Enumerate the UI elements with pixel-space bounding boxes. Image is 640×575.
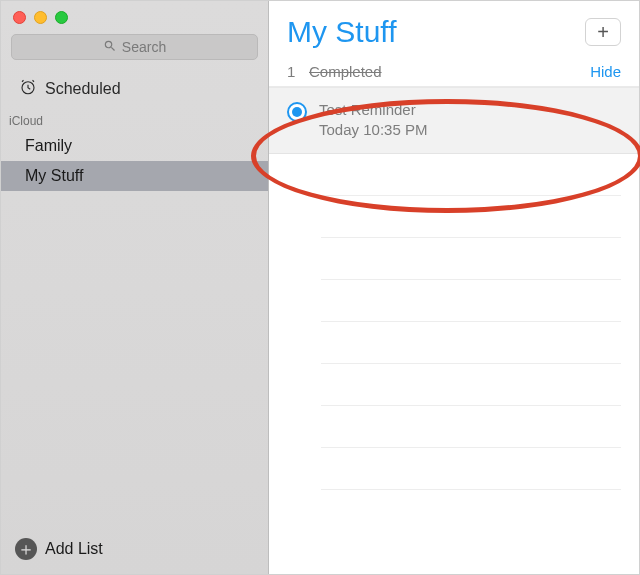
reminder-subtitle: Today 10:35 PM — [319, 120, 427, 140]
main-panel: My Stuff + 1 Completed Hide Test Reminde… — [269, 1, 639, 574]
sidebar-section-label: iCloud — [1, 108, 268, 131]
radio-dot-icon — [292, 107, 302, 117]
close-window-button[interactable] — [13, 11, 26, 24]
plus-circle-icon: ＋ — [15, 538, 37, 560]
search-input[interactable]: Search — [11, 34, 258, 60]
empty-row[interactable] — [321, 280, 621, 322]
fullscreen-window-button[interactable] — [55, 11, 68, 24]
hide-completed-link[interactable]: Hide — [590, 63, 621, 80]
main-header: My Stuff + — [269, 1, 639, 55]
sidebar: Search Scheduled iCloud Family My Stuff … — [1, 1, 269, 574]
completed-section-header[interactable]: 1 Completed Hide — [269, 55, 639, 87]
window-controls — [1, 1, 268, 32]
completed-label: Completed — [309, 63, 382, 80]
list-title: My Stuff — [287, 15, 396, 49]
empty-row[interactable] — [321, 448, 621, 490]
empty-rows — [269, 154, 639, 575]
scheduled-label: Scheduled — [45, 80, 121, 98]
reminder-text: Test Reminder Today 10:35 PM — [319, 100, 427, 141]
empty-row[interactable] — [321, 154, 621, 196]
completed-count: 1 — [287, 63, 309, 80]
scheduled-item[interactable]: Scheduled — [1, 70, 268, 108]
empty-row[interactable] — [321, 238, 621, 280]
search-container: Search — [1, 32, 268, 70]
add-reminder-button[interactable]: + — [585, 18, 621, 46]
search-icon — [103, 39, 117, 56]
empty-row[interactable] — [321, 406, 621, 448]
sidebar-list-family[interactable]: Family — [1, 131, 268, 161]
clock-icon — [19, 78, 37, 100]
add-list-button[interactable]: ＋ Add List — [1, 528, 268, 574]
add-list-label: Add List — [45, 540, 103, 558]
plus-icon: + — [597, 21, 609, 44]
reminder-item[interactable]: Test Reminder Today 10:35 PM — [269, 87, 639, 154]
app-window: Search Scheduled iCloud Family My Stuff … — [0, 0, 640, 575]
reminder-complete-toggle[interactable] — [287, 102, 307, 122]
search-placeholder: Search — [122, 39, 166, 55]
sidebar-list-my-stuff[interactable]: My Stuff — [1, 161, 268, 191]
empty-row[interactable] — [321, 196, 621, 238]
empty-row[interactable] — [321, 322, 621, 364]
empty-row[interactable] — [321, 364, 621, 406]
minimize-window-button[interactable] — [34, 11, 47, 24]
reminder-title: Test Reminder — [319, 100, 427, 120]
